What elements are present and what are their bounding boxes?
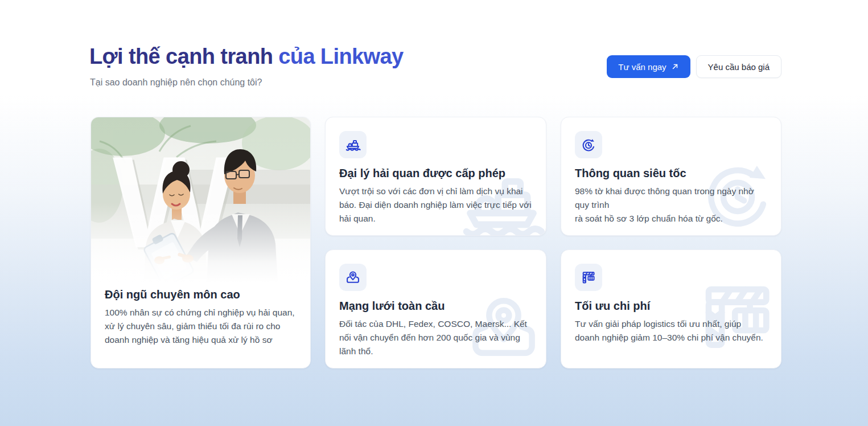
team-photo: W W xyxy=(91,117,311,282)
request-quote-button[interactable]: Yêu cầu báo giá xyxy=(696,55,781,78)
clock-speed-icon xyxy=(581,137,597,153)
card-cost-body: Tư vấn giải pháp logistics tối ưu nhất, … xyxy=(575,317,767,345)
card-cost-title: Tối ưu chi phí xyxy=(575,300,767,313)
request-quote-label: Yêu cầu báo giá xyxy=(708,62,770,72)
page-subtitle: Tại sao doanh nghiệp nên chọn chúng tôi? xyxy=(90,77,262,88)
card-network-title: Mạng lưới toàn cầu xyxy=(339,300,532,313)
icon-tile xyxy=(575,264,602,291)
page-title: Lợi thế cạnh tranhcủa Linkway xyxy=(89,43,404,71)
card-speed-body: 98% tờ khai được thông quan trong ngày n… xyxy=(575,185,767,226)
card-cost-optimization[interactable]: Tối ưu chi phí Tư vấn giải pháp logistic… xyxy=(561,249,781,368)
icon-tile xyxy=(339,131,367,158)
crane-watermark-icon xyxy=(694,273,780,359)
page-title-accent: của Linkway xyxy=(278,44,403,68)
card-customs-agent[interactable]: Đại lý hải quan được cấp phép Vượt trội … xyxy=(325,117,546,236)
icon-tile xyxy=(339,264,367,291)
ship-icon xyxy=(345,137,361,153)
page-title-dark: Lợi thế cạnh tranh xyxy=(89,44,273,68)
card-fast-clearance[interactable]: Thông quan siêu tốc 98% tờ khai được thô… xyxy=(561,117,781,236)
card-team-title: Đội ngũ chuyên môn cao xyxy=(105,288,297,301)
crane-icon xyxy=(581,269,597,285)
card-customs-title: Đại lý hải quan được cấp phép xyxy=(339,167,532,180)
card-network-body: Đối tác của DHL, Fedex, COSCO, Maersk...… xyxy=(339,317,532,358)
card-global-network[interactable]: Mạng lưới toàn cầu Đối tác của DHL, Fede… xyxy=(325,249,546,368)
consult-now-button[interactable]: Tư vấn ngay xyxy=(607,55,690,78)
card-speed-title: Thông quan siêu tốc xyxy=(575,167,767,180)
card-team[interactable]: W W xyxy=(90,117,311,368)
icon-tile xyxy=(575,131,602,158)
arrow-up-right-icon xyxy=(671,63,679,71)
map-pin-icon xyxy=(345,269,361,285)
cta-row: Tư vấn ngay Yêu cầu báo giá xyxy=(607,55,781,78)
consult-now-label: Tư vấn ngay xyxy=(618,62,666,72)
card-customs-body: Vượt trội so với các đơn vị chỉ làm dịch… xyxy=(339,185,532,226)
card-team-body: 100% nhân sự có chứng chỉ nghiệp vụ hải … xyxy=(105,306,297,347)
